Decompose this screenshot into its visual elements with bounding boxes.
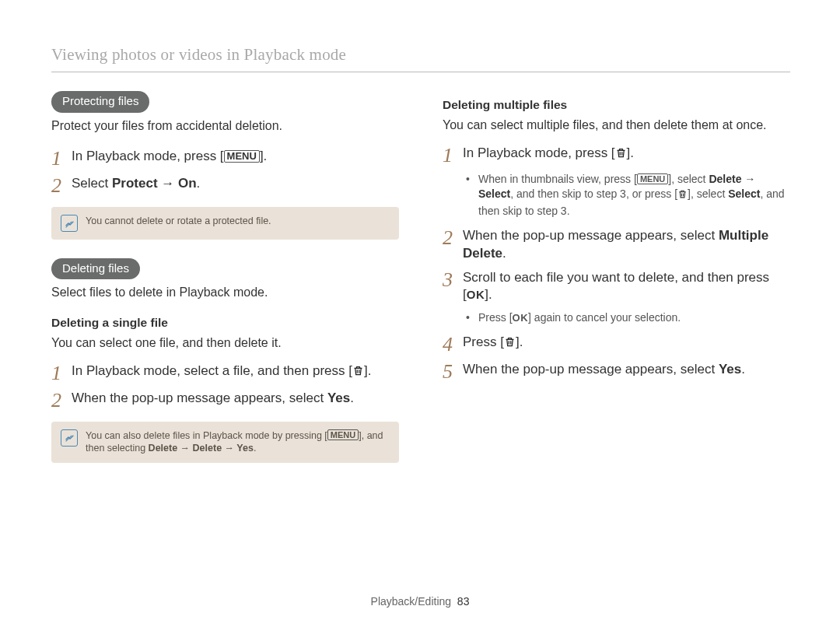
multi-step-2: 2 When the pop-up message appears, selec… bbox=[443, 227, 790, 263]
manual-page: Viewing photos or videos in Playback mod… bbox=[0, 0, 840, 634]
step-number: 5 bbox=[443, 361, 463, 382]
text-run: ]. bbox=[364, 363, 371, 378]
text-run: . bbox=[741, 362, 745, 377]
multi-step-1: 1 In Playback mode, press []. bbox=[443, 145, 790, 166]
pill-protecting-files: Protecting files bbox=[51, 91, 149, 112]
step-number: 1 bbox=[443, 145, 463, 166]
step-number: 3 bbox=[443, 269, 463, 290]
step-number: 2 bbox=[51, 175, 72, 196]
text-bold: Delete → Delete → Yes bbox=[149, 443, 254, 454]
note-icon bbox=[61, 215, 78, 232]
multi-step-3: 3 Scroll to each file you want to delete… bbox=[443, 269, 790, 305]
heading-deleting-single: Deleting a single file bbox=[51, 315, 399, 331]
text-run: When the pop-up message appears, select bbox=[463, 362, 719, 377]
note-text: You can also delete files in Playback mo… bbox=[86, 429, 390, 456]
page-footer: Playback/Editing 83 bbox=[0, 594, 840, 609]
text-run: When the pop-up message appears, select bbox=[463, 228, 719, 243]
menu-button-glyph: MENU bbox=[327, 429, 359, 440]
text-bold: Yes bbox=[719, 362, 741, 377]
step-text: In Playback mode, select a file, and the… bbox=[72, 363, 399, 382]
step-number: 2 bbox=[51, 390, 72, 411]
ok-button-glyph: OK bbox=[513, 312, 529, 324]
text-run: ], select bbox=[688, 187, 728, 200]
step-number: 4 bbox=[443, 334, 463, 355]
bullet-text: Press [OK] again to cancel your selectio… bbox=[478, 310, 790, 326]
step-text: When the pop-up message appears, select … bbox=[463, 227, 790, 263]
text-run: Press [ bbox=[463, 335, 504, 349]
menu-button-glyph: MENU bbox=[637, 173, 668, 184]
text-run: Scroll to each file you want to delete, … bbox=[463, 270, 769, 303]
step-text: When the pop-up message appears, select … bbox=[463, 361, 790, 379]
trash-icon bbox=[615, 146, 627, 164]
menu-button-glyph: MENU bbox=[224, 150, 260, 163]
step-number: 2 bbox=[443, 227, 463, 248]
note-icon bbox=[61, 429, 78, 447]
footer-section: Playback/Editing bbox=[371, 595, 452, 608]
content-columns: Protecting files Protect your files from… bbox=[51, 91, 790, 482]
pill-deleting-files: Deleting files bbox=[51, 258, 140, 279]
single-step-1: 1 In Playback mode, select a file, and t… bbox=[51, 363, 399, 384]
step-text: Press []. bbox=[463, 334, 790, 353]
deleting-desc: Select files to delete in Playback mode. bbox=[51, 284, 399, 301]
text-run: . bbox=[502, 246, 506, 261]
text-run: . bbox=[197, 176, 201, 191]
text-run: When the pop-up message appears, select bbox=[72, 391, 327, 405]
protect-step-2: 2 Select Protect → On. bbox=[51, 175, 399, 196]
text-run: In Playback mode, press [ bbox=[72, 149, 224, 163]
text-run: ]. bbox=[516, 335, 523, 349]
text-bold: Select bbox=[728, 187, 760, 200]
text-run: . bbox=[254, 443, 256, 454]
left-column: Protecting files Protect your files from… bbox=[51, 91, 421, 482]
trash-icon bbox=[677, 188, 688, 204]
bullet-text: When in thumbnails view, press [MENU], s… bbox=[478, 172, 790, 219]
footer-page-number: 83 bbox=[457, 595, 470, 608]
step-text: When the pop-up message appears, select … bbox=[72, 390, 399, 408]
right-column: Deleting multiple files You can select m… bbox=[421, 91, 790, 482]
text-run: , and then skip to step 3, or press [ bbox=[510, 187, 677, 200]
text-run: Select bbox=[72, 176, 112, 191]
text-run: When in thumbnails view, press [ bbox=[478, 173, 637, 185]
ok-button-glyph: OK bbox=[467, 288, 485, 301]
multi-bullet-1: When in thumbnails view, press [MENU], s… bbox=[443, 172, 790, 219]
text-run: Press [ bbox=[478, 311, 513, 324]
protect-step-1: 1 In Playback mode, press [MENU]. bbox=[51, 148, 399, 169]
multi-bullet-3: Press [OK] again to cancel your selectio… bbox=[443, 310, 790, 326]
page-title: Viewing photos or videos in Playback mod… bbox=[51, 44, 790, 72]
text-run: ] again to cancel your selection. bbox=[528, 311, 681, 324]
text-run: ]. bbox=[485, 287, 492, 302]
note-delete-alt: You can also delete files in Playback mo… bbox=[51, 422, 399, 464]
step-number: 1 bbox=[51, 363, 72, 384]
note-text: You cannot delete or rotate a protected … bbox=[86, 215, 271, 228]
step-number: 1 bbox=[51, 148, 72, 169]
text-bold: Yes bbox=[327, 391, 350, 405]
step-text: Select Protect → On. bbox=[72, 175, 399, 193]
step-text: In Playback mode, press [MENU]. bbox=[72, 148, 399, 166]
text-run: ]. bbox=[627, 145, 634, 160]
step-text: Scroll to each file you want to delete, … bbox=[463, 269, 790, 305]
multi-step-4: 4 Press []. bbox=[443, 334, 790, 355]
single-step-2: 2 When the pop-up message appears, selec… bbox=[51, 390, 399, 411]
step-text: In Playback mode, press []. bbox=[463, 145, 790, 164]
text-bold: Protect → On bbox=[112, 176, 197, 191]
text-run: You can also delete files in Playback mo… bbox=[86, 430, 327, 441]
note-protected-file: You cannot delete or rotate a protected … bbox=[51, 207, 399, 240]
heading-deleting-multiple: Deleting multiple files bbox=[443, 97, 790, 114]
text-run: In Playback mode, press [ bbox=[463, 145, 615, 160]
text-run: In Playback mode, select a file, and the… bbox=[72, 363, 352, 378]
deleting-multiple-desc: You can select multiple files, and then … bbox=[443, 117, 790, 134]
text-run: . bbox=[350, 391, 354, 405]
deleting-single-desc: You can select one file, and then delete… bbox=[51, 335, 399, 352]
text-run: ], select bbox=[668, 173, 709, 185]
text-run: ]. bbox=[260, 149, 267, 163]
protecting-desc: Protect your files from accidental delet… bbox=[51, 117, 399, 135]
trash-icon bbox=[352, 364, 364, 382]
trash-icon bbox=[504, 335, 516, 353]
multi-step-5: 5 When the pop-up message appears, selec… bbox=[443, 361, 790, 382]
